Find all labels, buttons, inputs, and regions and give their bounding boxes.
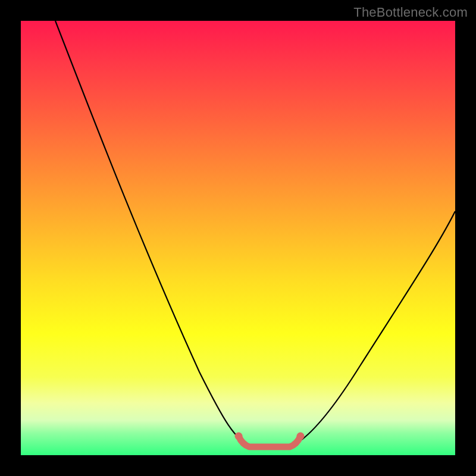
watermark-text: TheBottleneck.com: [353, 5, 468, 20]
chart-frame: TheBottleneck.com: [0, 0, 476, 476]
optimal-zone-marker: [239, 436, 300, 447]
optimal-zone-dot-left: [235, 433, 243, 440]
bottleneck-curve: [55, 21, 455, 449]
plot-area: [21, 21, 455, 455]
optimal-zone-dot-right: [297, 433, 305, 440]
curve-layer: [21, 21, 455, 455]
